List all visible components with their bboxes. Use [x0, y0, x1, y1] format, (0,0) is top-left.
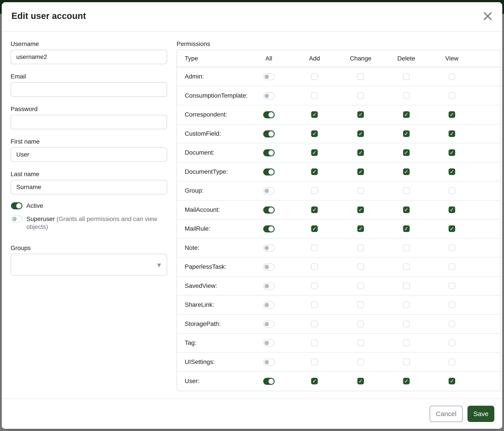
- perm-view-cell: ✓: [429, 225, 475, 232]
- perm-checkbox-delete[interactable]: [403, 321, 410, 327]
- perm-checkbox-view[interactable]: [449, 359, 455, 365]
- perm-checkbox-add[interactable]: [311, 73, 318, 80]
- perm-checkbox-change[interactable]: ✓: [357, 225, 364, 232]
- perm-checkbox-add[interactable]: [311, 283, 318, 289]
- close-icon[interactable]: ×: [480, 8, 496, 24]
- perm-checkbox-add[interactable]: ✓: [311, 207, 318, 213]
- password-field[interactable]: [10, 115, 167, 129]
- perm-toggle-all[interactable]: [263, 263, 275, 270]
- perm-toggle-all[interactable]: [263, 187, 275, 194]
- perm-checkbox-view[interactable]: ✓: [449, 111, 455, 118]
- perm-checkbox-change[interactable]: [357, 244, 364, 251]
- groups-select[interactable]: ▾: [10, 254, 167, 276]
- perm-toggle-all[interactable]: [263, 169, 275, 175]
- perm-checkbox-delete[interactable]: [403, 301, 410, 308]
- active-toggle-row: Active: [11, 202, 167, 210]
- perm-checkbox-delete[interactable]: [403, 359, 410, 365]
- perm-toggle-all[interactable]: [263, 92, 275, 99]
- perm-checkbox-change[interactable]: ✓: [357, 207, 364, 213]
- perm-checkbox-change[interactable]: [357, 92, 364, 99]
- perm-checkbox-view[interactable]: ✓: [449, 378, 455, 384]
- perm-checkbox-delete[interactable]: ✓: [403, 111, 410, 118]
- perm-checkbox-change[interactable]: ✓: [357, 149, 364, 156]
- perm-checkbox-add[interactable]: [311, 92, 318, 99]
- perm-checkbox-add[interactable]: ✓: [311, 149, 318, 156]
- save-button[interactable]: Save: [468, 406, 494, 422]
- active-toggle[interactable]: [11, 202, 22, 209]
- perm-checkbox-view[interactable]: ✓: [449, 169, 455, 175]
- perm-toggle-all[interactable]: [263, 149, 275, 156]
- perm-checkbox-change[interactable]: [357, 283, 364, 289]
- perm-checkbox-view[interactable]: [449, 283, 455, 289]
- perm-checkbox-add[interactable]: [311, 263, 318, 270]
- perm-checkbox-change[interactable]: [357, 263, 364, 270]
- perm-checkbox-add[interactable]: [311, 244, 318, 251]
- perm-toggle-all[interactable]: [263, 244, 275, 251]
- perm-checkbox-view[interactable]: ✓: [449, 130, 455, 137]
- perm-checkbox-add[interactable]: ✓: [311, 378, 318, 384]
- perm-checkbox-change[interactable]: [357, 73, 364, 80]
- perm-checkbox-delete[interactable]: ✓: [403, 225, 410, 232]
- perm-checkbox-add[interactable]: ✓: [311, 130, 318, 137]
- perm-checkbox-view[interactable]: ✓: [449, 149, 455, 156]
- perm-checkbox-delete[interactable]: [403, 73, 410, 80]
- username-input[interactable]: [10, 50, 167, 64]
- perm-toggle-all[interactable]: [263, 207, 275, 214]
- perm-checkbox-delete[interactable]: [403, 187, 410, 194]
- perm-checkbox-view[interactable]: [449, 263, 455, 270]
- cancel-button[interactable]: Cancel: [430, 406, 463, 422]
- perm-checkbox-delete[interactable]: ✓: [403, 169, 410, 175]
- perm-checkbox-add[interactable]: [311, 359, 318, 365]
- perm-toggle-all[interactable]: [263, 73, 275, 80]
- perm-checkbox-change[interactable]: ✓: [357, 169, 364, 175]
- perm-checkbox-view[interactable]: ✓: [449, 225, 455, 232]
- perm-checkbox-add[interactable]: ✓: [311, 111, 318, 118]
- perm-toggle-all[interactable]: [263, 301, 275, 308]
- perm-checkbox-delete[interactable]: ✓: [403, 378, 410, 384]
- perm-checkbox-view[interactable]: ✓: [449, 207, 455, 213]
- perm-checkbox-change[interactable]: [357, 321, 364, 327]
- last-name-field[interactable]: [10, 180, 167, 194]
- perm-checkbox-change[interactable]: ✓: [357, 378, 364, 384]
- perm-toggle-all[interactable]: [263, 321, 275, 328]
- perm-checkbox-delete[interactable]: [403, 92, 410, 99]
- perm-checkbox-change[interactable]: ✓: [357, 130, 364, 137]
- perm-checkbox-change[interactable]: ✓: [357, 111, 364, 118]
- perm-checkbox-view[interactable]: [449, 301, 455, 308]
- perm-checkbox-change[interactable]: [357, 301, 364, 308]
- perm-checkbox-add[interactable]: [311, 321, 318, 327]
- perm-checkbox-view[interactable]: [449, 340, 455, 346]
- perm-checkbox-change[interactable]: [357, 359, 364, 365]
- perm-checkbox-add[interactable]: [311, 301, 318, 308]
- perm-checkbox-delete[interactable]: [403, 340, 410, 346]
- perm-checkbox-delete[interactable]: [403, 244, 410, 251]
- email-field[interactable]: [10, 82, 167, 97]
- perm-checkbox-view[interactable]: [449, 187, 455, 194]
- perm-checkbox-view[interactable]: [449, 92, 455, 99]
- perm-checkbox-delete[interactable]: ✓: [403, 130, 410, 137]
- perm-checkbox-delete[interactable]: ✓: [403, 207, 410, 213]
- perm-toggle-all[interactable]: [263, 283, 275, 290]
- perm-toggle-all[interactable]: [263, 130, 275, 137]
- permission-type-label: CustomField:: [177, 130, 246, 137]
- perm-toggle-all[interactable]: [263, 111, 275, 118]
- perm-checkbox-view[interactable]: [449, 244, 455, 251]
- perm-toggle-all[interactable]: [263, 225, 275, 233]
- perm-checkbox-view[interactable]: [449, 73, 455, 80]
- perm-checkbox-change[interactable]: [357, 340, 364, 346]
- perm-toggle-all[interactable]: [263, 378, 275, 385]
- perm-checkbox-add[interactable]: [311, 187, 318, 194]
- perm-checkbox-add[interactable]: ✓: [311, 225, 318, 232]
- perm-checkbox-change[interactable]: [357, 187, 364, 194]
- perm-toggle-all[interactable]: [263, 340, 275, 347]
- perm-checkbox-delete[interactable]: [403, 283, 410, 289]
- permission-row: CustomField:✓✓✓✓: [177, 125, 501, 144]
- perm-checkbox-delete[interactable]: [403, 263, 410, 270]
- perm-checkbox-add[interactable]: ✓: [311, 169, 318, 175]
- perm-checkbox-add[interactable]: [311, 340, 318, 346]
- perm-toggle-all[interactable]: [263, 359, 275, 366]
- perm-checkbox-delete[interactable]: ✓: [403, 149, 410, 156]
- superuser-toggle[interactable]: [11, 216, 22, 223]
- first-name-field[interactable]: [10, 147, 167, 162]
- perm-checkbox-view[interactable]: [449, 321, 455, 327]
